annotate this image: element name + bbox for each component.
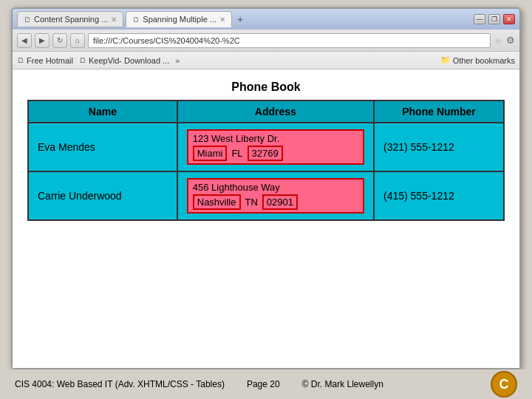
table-row: Carrie Underwood456 Lighthouse WayNashvi… <box>28 171 504 220</box>
footer-logo: C <box>491 371 517 398</box>
window-controls: — ❐ ✕ <box>474 14 515 24</box>
bookmarks-bar: 🗋 Free Hotmail 🗋 KeepVid- Download ... »… <box>13 52 519 69</box>
footer-course: CIS 4004: Web Based IT (Adv. XHTML/CSS -… <box>15 379 225 389</box>
cell-phone-1: (415) 555-1212 <box>374 171 504 220</box>
state-0: FL <box>230 147 244 160</box>
page-content: Phone Book Name Address Phone Number Eva… <box>13 69 519 368</box>
tab-close-icon-2[interactable]: ✕ <box>219 16 225 24</box>
col-header-address: Address <box>177 100 374 123</box>
bookmark-page-icon-2: 🗋 <box>79 56 86 64</box>
folder-icon: 📁 <box>440 55 451 65</box>
minimize-button[interactable]: — <box>474 14 485 24</box>
footer-copyright: © Dr. Mark Llewellyn <box>302 379 383 389</box>
bookmark-star-icon[interactable]: ★ <box>494 35 503 47</box>
tab-spanning-multiple[interactable]: 🗋 Spanning Multiple ... ✕ <box>126 11 232 27</box>
settings-icon[interactable]: ⚙ <box>506 35 515 46</box>
title-bar: 🗋 Content Spanning ... ✕ 🗋 Spanning Mult… <box>13 9 519 30</box>
zip-1: 02901 <box>262 194 298 210</box>
tab-label: Content Spanning ... <box>34 15 108 24</box>
back-button[interactable]: ◀ <box>17 33 32 48</box>
footer-page: Page 20 <box>247 379 280 389</box>
address-line1-0: 123 West Liberty Dr. <box>193 133 358 144</box>
close-button[interactable]: ✕ <box>503 14 515 24</box>
zip-0: 32769 <box>248 146 283 161</box>
tab-page-icon: 🗋 <box>24 16 31 24</box>
bookmark-label-2: KeepVid- Download ... <box>89 56 169 65</box>
table-header-row: Name Address Phone Number <box>28 100 504 123</box>
browser-window: 🗋 Content Spanning ... ✕ 🗋 Spanning Mult… <box>11 7 521 369</box>
city-1: Nashville <box>193 194 241 210</box>
bookmark-keepvid[interactable]: 🗋 KeepVid- Download ... <box>79 56 169 65</box>
nav-bar: ◀ ▶ ↻ ⌂ file:///C:/Courses/CIS%204004%20… <box>13 30 519 52</box>
other-bookmarks[interactable]: 📁 Other bookmarks <box>440 55 515 65</box>
col-header-phone: Phone Number <box>374 100 504 123</box>
bookmark-hotmail[interactable]: 🗋 Free Hotmail <box>17 56 73 65</box>
logo-char: C <box>499 377 509 392</box>
address-line1-1: 456 Lighthouse Way <box>193 182 358 193</box>
forward-button[interactable]: ▶ <box>35 33 50 48</box>
more-bookmarks-icon[interactable]: » <box>175 56 180 65</box>
page-title: Phone Book <box>27 81 505 94</box>
cell-address-0: 123 West Liberty Dr.MiamiFL32769 <box>177 123 374 171</box>
reload-button[interactable]: ↻ <box>52 33 67 48</box>
tab-label-2: Spanning Multiple ... <box>143 15 216 24</box>
address-line2-1: NashvilleTN02901 <box>193 194 358 210</box>
restore-button[interactable]: ❐ <box>488 14 500 24</box>
address-line2-0: MiamiFL32769 <box>193 146 358 161</box>
home-button[interactable]: ⌂ <box>70 33 85 48</box>
footer-text-group: CIS 4004: Web Based IT (Adv. XHTML/CSS -… <box>15 379 383 389</box>
footer: CIS 4004: Web Based IT (Adv. XHTML/CSS -… <box>0 369 532 399</box>
bookmark-label: Free Hotmail <box>27 56 73 65</box>
new-tab-button[interactable]: + <box>234 13 246 25</box>
address-text: file:///C:/Courses/CIS%204004%20-%2C <box>93 36 240 45</box>
table-row: Eva Mendes123 West Liberty Dr.MiamiFL327… <box>28 123 504 171</box>
other-bookmarks-label: Other bookmarks <box>453 56 515 65</box>
bookmark-page-icon: 🗋 <box>17 56 24 64</box>
col-header-name: Name <box>28 100 177 123</box>
address-inner-1: 456 Lighthouse WayNashvilleTN02901 <box>187 178 364 214</box>
cell-name-0: Eva Mendes <box>28 123 177 171</box>
address-inner-0: 123 West Liberty Dr.MiamiFL32769 <box>187 129 364 165</box>
cell-phone-0: (321) 555-1212 <box>374 123 504 171</box>
cell-name-1: Carrie Underwood <box>28 171 177 220</box>
address-bar[interactable]: file:///C:/Courses/CIS%204004%20-%2C <box>88 33 491 48</box>
tab-bar: 🗋 Content Spanning ... ✕ 🗋 Spanning Mult… <box>17 11 474 27</box>
tab-content-spanning[interactable]: 🗋 Content Spanning ... ✕ <box>17 11 123 27</box>
state-1: TN <box>244 196 259 208</box>
tab-close-icon[interactable]: ✕ <box>111 16 117 24</box>
phone-book-table: Name Address Phone Number Eva Mendes123 … <box>27 100 505 221</box>
tab-page-icon-2: 🗋 <box>132 16 140 24</box>
cell-address-1: 456 Lighthouse WayNashvilleTN02901 <box>177 171 374 220</box>
city-0: Miami <box>193 146 228 161</box>
